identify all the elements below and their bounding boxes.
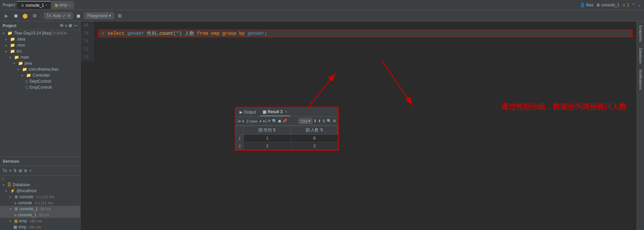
col-rownum-header <box>236 126 244 135</box>
deptcontrol-icon: C <box>25 79 28 83</box>
svc-emp-child[interactable]: ▦ emp 181 ms <box>0 224 80 230</box>
svc-console1-child[interactable]: ↘ console_1 69 ms <box>0 212 80 218</box>
tx-undo: ↺ <box>67 13 70 18</box>
src-icon: 📁 <box>10 49 15 54</box>
tree-package[interactable]: ▾ 📁 com.itheima.tlias <box>0 66 80 72</box>
nav-prev[interactable]: ◂ <box>242 119 244 123</box>
idea-icon: 📁 <box>10 37 15 42</box>
code-lines: ✓ select gender 性别, count (*) 人数 from em… <box>94 21 637 62</box>
console-child-icon: ↘ <box>13 201 17 205</box>
svc-icon4[interactable]: ⧉ <box>24 168 27 173</box>
result-table: ▦ 性别 ⇅ ▦ 人数 ⇅ 1 1 <box>235 126 338 150</box>
top-bar-right: 👤 tlias 🖥 console_1 ⚠ 1 ⌃ ⌄ <box>580 3 641 7</box>
tree-controller[interactable]: ▾ 📁 Controller <box>0 72 80 78</box>
svc-icon2[interactable]: ⇅ <box>13 168 17 173</box>
tab-console1[interactable]: 🖥 console_1 × <box>17 1 51 9</box>
tree-mvn[interactable]: ▸ 📁 .mvn <box>0 42 80 48</box>
src-label: src <box>16 49 22 54</box>
refresh-icon[interactable]: ⟳ <box>268 119 271 123</box>
project-tree: ▾ 📁 Tlias-Day23-24 [tlias] D:\IDEA\ ▸ 📁 … <box>0 30 80 157</box>
sql-count: count <box>159 29 173 37</box>
sidebar-icon4[interactable]: ⋯ <box>73 23 77 28</box>
tab-console1-close[interactable]: × <box>45 3 47 7</box>
zoom-icon[interactable]: 🔍 <box>327 119 331 123</box>
stop-btn2[interactable]: ◼ <box>75 12 82 19</box>
search-icon[interactable]: 🔍 <box>272 119 277 123</box>
count-icon: ▦ <box>306 128 310 132</box>
nav-first[interactable]: |◂ <box>237 119 240 123</box>
tab-emp-label: emp <box>59 3 67 7</box>
playground-button[interactable]: Playground ▾ <box>84 12 114 19</box>
svc-console-child[interactable]: ↘ console 1 s 111 ms <box>0 200 80 206</box>
top-bar: Project 🖥 console_1 × ▦ emp × 👤 tlias 🖥 … <box>0 0 644 10</box>
compare-icon[interactable]: ⇅ <box>322 119 325 123</box>
svc-icon3[interactable]: ⊞ <box>19 168 22 173</box>
endpoints-label[interactable]: Endpoints <box>638 23 643 45</box>
result3-close[interactable]: × <box>285 109 287 114</box>
code-line-71 <box>98 37 633 46</box>
nav-last[interactable]: ▸| <box>263 119 266 123</box>
grid-button[interactable]: ⊞ <box>116 12 123 19</box>
result3-tab[interactable]: ▦ Result 3 × <box>260 108 290 116</box>
console1-child-time: 69 ms <box>39 213 49 217</box>
csv-chevron: ▾ <box>309 119 311 123</box>
output-tab[interactable]: ▶ Output <box>237 108 259 116</box>
tx-select[interactable]: Tx: Auto ✓ ↺ <box>44 12 73 19</box>
run-button[interactable]: ▶ <box>3 12 10 19</box>
svc-console[interactable]: ▾ 🖥 console 1 s 111 ms <box>0 194 80 200</box>
tree-empcontroll[interactable]: C EmpControll <box>0 84 80 90</box>
deptcontrol-label: DeptControl <box>30 79 51 84</box>
tree-java[interactable]: ▾ 📁 java <box>0 60 80 66</box>
notifications-label[interactable]: Notifications <box>638 67 643 92</box>
annotation-label: 通过性别分组，数据分为两份统计人数 <box>501 102 627 111</box>
editor-area: 69 70 71 72 73 ✓ select gender 性别, count… <box>80 21 637 230</box>
settings-icon2[interactable]: ⚙ <box>333 119 336 123</box>
database-label[interactable]: Database <box>638 45 643 66</box>
upload-icon[interactable]: ⬆ <box>318 119 321 123</box>
tab-emp[interactable]: ▦ emp × <box>51 1 74 9</box>
annotation-text: 通过性别分组，数据分为两份统计人数 <box>501 102 627 112</box>
svc-add[interactable]: + <box>29 168 32 173</box>
stop-button[interactable]: ⏹ <box>12 12 19 19</box>
console1-time: 69 ms <box>41 207 51 211</box>
tree-deptcontrol[interactable]: C DeptControl <box>0 78 80 84</box>
settings-button[interactable]: ⚙ <box>31 12 38 19</box>
src-arrow: ▾ <box>5 50 9 53</box>
count-label: 人数 <box>311 128 319 132</box>
expand-icon[interactable]: ⌃ <box>632 3 635 7</box>
tree-idea[interactable]: ▸ 📁 .idea <box>0 36 80 42</box>
sql-chinese1: 性别, <box>147 29 159 37</box>
tree-root[interactable]: ▾ 📁 Tlias-Day23-24 [tlias] D:\IDEA\ <box>0 30 80 36</box>
gender-sort[interactable]: ⇅ <box>273 128 276 132</box>
count-sort[interactable]: ⇅ <box>320 128 323 132</box>
main-icon: 📁 <box>14 55 19 60</box>
table-row: 1 1 8 <box>236 135 338 142</box>
sidebar: Project ⟳ ≡ ⚙ ⋯ ▾ 📁 Tlias-Day23-24 [tlia… <box>0 21 80 230</box>
col-gender-header: ▦ 性别 ⇅ <box>244 126 291 135</box>
tree-src[interactable]: ▾ 📁 src <box>0 48 80 54</box>
sql-gender2: gender <box>248 29 264 37</box>
sql-emp: emp <box>211 29 222 37</box>
java-label: java <box>24 61 32 66</box>
nav-next[interactable]: ▸ <box>260 119 262 123</box>
tab-emp-close[interactable]: × <box>68 3 70 7</box>
collapse-icon[interactable]: ⌄ <box>638 3 641 7</box>
download-icon[interactable]: ⬇ <box>314 119 317 123</box>
db-arrow: ▾ <box>3 183 6 187</box>
svc-console1[interactable]: ▾ 🖥 console_1 69 ms <box>0 206 80 212</box>
stop-icon[interactable]: ◼ <box>278 119 281 123</box>
row2-col2: 3 <box>291 142 338 150</box>
svc-localhost[interactable]: ▾ ⚡ @localhost <box>0 188 80 194</box>
tree-main[interactable]: ▾ 📁 main <box>0 54 80 60</box>
svc-database[interactable]: ▾ 🗄 Database <box>0 182 80 188</box>
sidebar-icon2[interactable]: ≡ <box>65 23 67 28</box>
output-label: Output <box>244 110 256 114</box>
record-button[interactable]: ⬤ <box>21 12 29 19</box>
svc-emp[interactable]: ▾ ▦ emp 181 ms <box>0 218 80 224</box>
sidebar-icon1[interactable]: ⟳ <box>60 23 63 28</box>
csv-button[interactable]: CSV ▾ <box>299 118 312 124</box>
sidebar-icon3[interactable]: ⚙ <box>68 23 72 28</box>
pin-icon[interactable]: 📌 <box>282 119 287 123</box>
project-label: Project <box>3 3 15 7</box>
svc-icon1[interactable]: ≡ <box>9 168 11 173</box>
